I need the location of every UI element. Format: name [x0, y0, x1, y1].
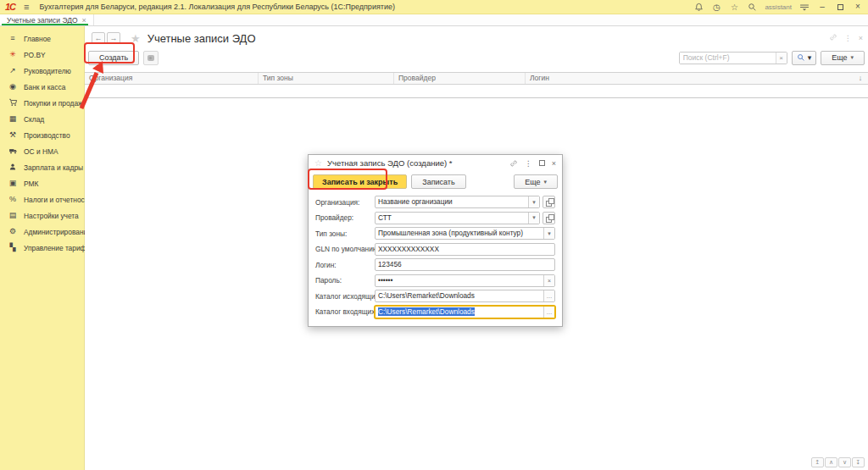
- outgoing-folder-field[interactable]: C:\Users\Remarket\Downloads …: [375, 290, 555, 302]
- favorite-star-icon[interactable]: ★: [131, 32, 141, 45]
- more-menu-icon[interactable]: ⋮: [844, 34, 852, 42]
- browse-icon[interactable]: …: [543, 290, 554, 301]
- zone-type-field[interactable]: Промышленная зона (продуктивный контур) …: [375, 227, 555, 240]
- shopping-cart-icon: [8, 98, 18, 108]
- gln-field[interactable]: XXXXXXXXXXXXX: [375, 243, 555, 256]
- get-link-icon[interactable]: [509, 159, 518, 168]
- global-search-icon[interactable]: [747, 2, 757, 12]
- edo-account-create-dialog: ☆ Учетная запись ЭДО (создание) * ⋮ × За…: [308, 154, 563, 327]
- search-button[interactable]: ▾: [792, 51, 817, 65]
- zone-type-label: Тип зоны:: [315, 229, 375, 238]
- list-scroll-buttons: ↥ ∧ ∨ ↧: [811, 457, 865, 467]
- window-close-icon[interactable]: ×: [853, 2, 863, 12]
- copy-button-disabled: [143, 51, 159, 65]
- provider-label: Провайдер:: [315, 213, 375, 222]
- incoming-folder-label: Каталог входящих:: [315, 307, 375, 316]
- scroll-to-top-button[interactable]: ↥: [811, 457, 824, 467]
- truck-icon: [8, 147, 18, 157]
- get-link-icon[interactable]: [829, 33, 837, 43]
- more-button[interactable]: Еще▾: [821, 51, 865, 65]
- person-icon: [8, 163, 18, 173]
- login-label: Логин:: [315, 261, 375, 269]
- search-field-group: ×: [679, 52, 787, 64]
- tab-uchetnye-zapisi-edo[interactable]: Учетные записи ЭДО ×: [0, 14, 94, 25]
- window-minimize-icon[interactable]: –: [817, 2, 827, 12]
- nav-forward-button[interactable]: →: [107, 32, 120, 44]
- more-menu-icon[interactable]: ⋮: [525, 159, 532, 168]
- favorite-star-icon[interactable]: ☆: [314, 158, 322, 168]
- tiles-icon: ▚: [8, 244, 18, 252]
- nav-back-button[interactable]: ←: [92, 32, 105, 44]
- sidebar-item-upravlenie-tarifom[interactable]: ▚ Управление тарифом: [0, 240, 84, 256]
- save-and-close-button[interactable]: Записать и закрыть: [313, 174, 407, 189]
- home-icon: ≡: [8, 35, 18, 42]
- maximize-icon[interactable]: [539, 160, 545, 166]
- sidebar-item-sklad[interactable]: ▦ Склад: [0, 111, 84, 127]
- dropdown-icon[interactable]: ▾: [528, 213, 539, 224]
- assistant-label[interactable]: assistant: [765, 3, 792, 11]
- sidebar-item-proizvodstvo[interactable]: ⚒ Производство: [0, 127, 84, 143]
- open-provider-icon[interactable]: [542, 212, 555, 224]
- sidebar-item-bank-i-kassa[interactable]: ◉ Банк и касса: [0, 79, 84, 95]
- sidebar-item-zarplata-i-kadry[interactable]: Зарплата и кадры: [0, 159, 84, 175]
- table-header: Организация Тип зоны Провайдер Логин ↓: [85, 72, 868, 85]
- sidebar-item-administrirovanie[interactable]: ⚙ Администрирование: [0, 224, 84, 240]
- password-field[interactable]: •••••• ×: [375, 274, 555, 287]
- tab-close-icon[interactable]: ×: [82, 16, 86, 25]
- provider-field[interactable]: СТТ ▾: [375, 212, 540, 224]
- incoming-folder-field[interactable]: C:\Users\Remarket\Downloads …: [375, 306, 555, 318]
- book-icon: ▤: [8, 212, 18, 219]
- gln-label: GLN по умолчанию:: [315, 245, 375, 253]
- search-clear-icon[interactable]: ×: [776, 53, 787, 64]
- password-label: Пароль:: [315, 276, 375, 285]
- close-dialog-icon[interactable]: ×: [552, 159, 556, 168]
- dropdown-icon[interactable]: ▾: [543, 228, 554, 239]
- sidebar-item-poby[interactable]: ✳ PO.BY: [0, 47, 84, 63]
- page-title: Учетные записи ЭДО: [147, 32, 256, 45]
- main-menu-icon[interactable]: ≡: [24, 2, 29, 12]
- notifications-bell-icon[interactable]: [693, 2, 704, 12]
- scroll-down-button[interactable]: ∨: [838, 457, 851, 467]
- sidebar-item-glavnoe[interactable]: ≡ Главное: [0, 30, 84, 47]
- organization-label: Организация:: [315, 198, 375, 207]
- sort-direction-icon[interactable]: ↓: [853, 73, 868, 84]
- organization-field[interactable]: Название организации ▾: [375, 196, 540, 208]
- warehouse-boxes-icon: ▦: [8, 115, 18, 123]
- clear-icon[interactable]: ×: [543, 275, 554, 286]
- table-row[interactable]: [85, 85, 868, 98]
- dialog-title: Учетная запись ЭДО (создание) *: [327, 158, 509, 168]
- sidebar-item-rukovoditelyu[interactable]: ↗ Руководителю: [0, 63, 84, 79]
- sidebar-item-rmk[interactable]: ▣ РМК: [0, 175, 84, 191]
- gear-icon: ⚙: [8, 228, 18, 235]
- column-tip-zony[interactable]: Тип зоны: [259, 73, 394, 84]
- close-view-icon[interactable]: ×: [859, 34, 863, 42]
- save-button[interactable]: Записать: [411, 174, 465, 189]
- login-field[interactable]: 123456: [375, 258, 555, 271]
- copy-icon: [147, 55, 154, 61]
- coin-icon: ◉: [8, 83, 18, 91]
- create-button[interactable]: Создать: [88, 51, 139, 65]
- sidebar-item-nastroyki-ucheta[interactable]: ▤ Настройки учета: [0, 207, 84, 224]
- dropdown-icon[interactable]: ▾: [528, 196, 539, 207]
- scroll-to-bottom-button[interactable]: ↧: [852, 457, 865, 467]
- favorites-star-icon[interactable]: ☆: [729, 2, 739, 12]
- column-provayder[interactable]: Провайдер: [394, 73, 526, 84]
- history-icon[interactable]: ◷: [711, 2, 721, 12]
- scroll-up-button[interactable]: ∧: [825, 457, 837, 467]
- open-organization-icon[interactable]: [542, 196, 555, 208]
- window-restore-icon[interactable]: [835, 2, 845, 12]
- dialog-titlebar: ☆ Учетная запись ЭДО (создание) * ⋮ ×: [309, 155, 562, 171]
- chevron-down-icon: ▾: [808, 53, 812, 62]
- tab-label: Учетные записи ЭДО: [7, 16, 78, 25]
- active-tab-indicator: [2, 24, 88, 25]
- sidebar-item-nalogi-i-otchetnost[interactable]: % Налоги и отчетность: [0, 191, 84, 207]
- search-input[interactable]: [680, 53, 776, 64]
- browse-icon[interactable]: …: [543, 307, 554, 318]
- panel-settings-icon[interactable]: [799, 2, 810, 12]
- column-login[interactable]: Логин: [526, 73, 853, 84]
- column-organizaciya[interactable]: Организация: [85, 73, 259, 84]
- sidebar-item-pokupki-i-prodazhi[interactable]: Покупки и продажи: [0, 95, 84, 111]
- dialog-more-button[interactable]: Еще▾: [514, 174, 558, 189]
- sidebar-item-os-i-nma[interactable]: ОС и НМА: [0, 143, 84, 159]
- chart-trend-icon: ↗: [8, 67, 18, 75]
